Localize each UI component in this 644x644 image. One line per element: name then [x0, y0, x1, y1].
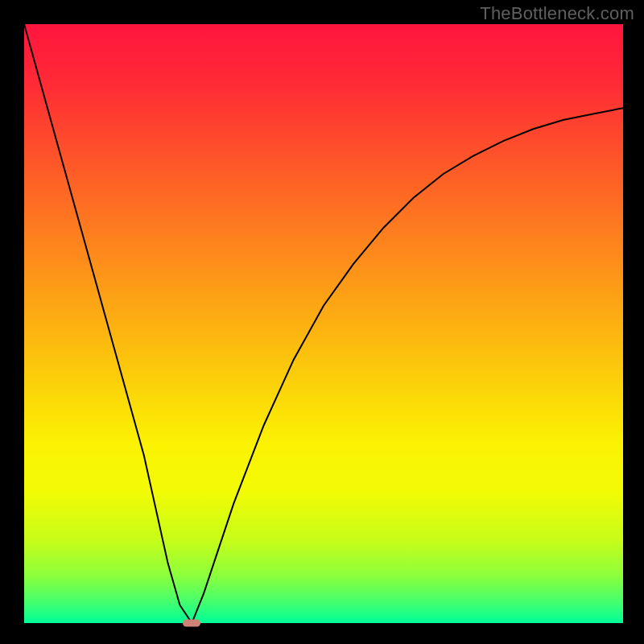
- chart-container: TheBottleneck.com: [0, 0, 644, 644]
- optimal-marker: [183, 620, 200, 627]
- bottleneck-curve: [24, 24, 623, 623]
- watermark-text: TheBottleneck.com: [480, 3, 634, 24]
- plot-area: [24, 24, 623, 623]
